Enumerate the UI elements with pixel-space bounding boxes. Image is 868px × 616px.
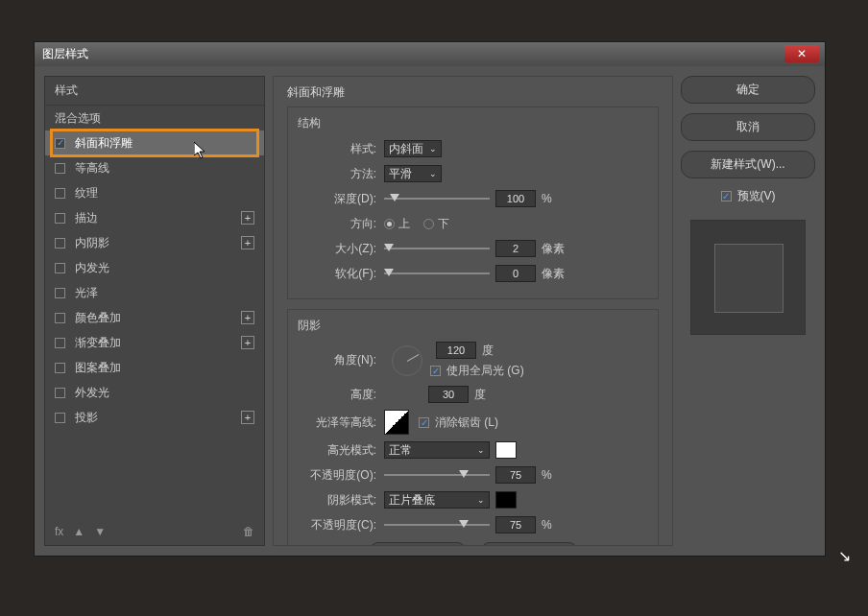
style-item-0[interactable]: 斜面和浮雕 [45, 130, 264, 155]
style-label: 纹理 [75, 185, 98, 201]
style-item-8[interactable]: 渐变叠加+ [45, 330, 264, 355]
angle-dial[interactable] [392, 345, 422, 376]
opacity-o-slider[interactable] [384, 468, 490, 482]
style-checkbox[interactable] [55, 313, 65, 323]
cancel-button[interactable]: 取消 [681, 113, 815, 141]
style-label: 等高线 [75, 160, 109, 177]
reset-default-button[interactable]: 复位为默认值 [480, 542, 578, 546]
add-icon[interactable]: + [241, 211, 254, 225]
style-item-6[interactable]: 光泽 [45, 280, 264, 305]
add-icon[interactable]: + [241, 236, 254, 249]
add-icon[interactable]: + [241, 311, 254, 324]
titlebar[interactable]: 图层样式 ✕ [35, 42, 825, 66]
style-item-11[interactable]: 投影+ [45, 405, 264, 430]
styles-header[interactable]: 样式 [45, 77, 264, 106]
style-checkbox[interactable] [55, 338, 65, 348]
shading-title: 阴影 [298, 318, 648, 334]
size-label: 大小(Z): [298, 241, 384, 257]
styles-list-panel: 样式 混合选项 斜面和浮雕等高线纹理描边+内阴影+内发光光泽颜色叠加+渐变叠加+… [44, 76, 265, 546]
antialias-checkbox[interactable]: ✓ [419, 417, 429, 428]
highlight-mode-select[interactable]: 正常⌄ [384, 441, 490, 459]
style-item-7[interactable]: 颜色叠加+ [45, 305, 264, 330]
style-item-4[interactable]: 内阴影+ [45, 230, 264, 255]
resize-handle-icon[interactable]: ↘ [838, 547, 851, 565]
ok-button[interactable]: 确定 [681, 76, 815, 104]
style-checkbox[interactable] [55, 213, 65, 224]
shadow-mode-select[interactable]: 正片叠底⌄ [384, 491, 490, 509]
style-item-5[interactable]: 内发光 [45, 255, 264, 280]
highlight-color-swatch[interactable] [495, 441, 517, 459]
opacity-o-input[interactable]: 75 [495, 466, 536, 484]
method-label: 方法: [298, 166, 384, 182]
style-checkbox[interactable] [55, 413, 65, 423]
style-item-1[interactable]: 等高线 [45, 155, 264, 180]
style-label: 外发光 [75, 385, 109, 401]
chevron-down-icon: ⌄ [477, 445, 485, 455]
style-label: 图案叠加 [75, 360, 121, 376]
style-checkbox[interactable] [55, 238, 65, 249]
angle-label: 角度(N): [298, 352, 384, 368]
add-icon[interactable]: + [241, 336, 254, 349]
style-label: 渐变叠加 [75, 335, 121, 351]
highlight-mode-label: 高光模式: [298, 442, 384, 459]
chevron-down-icon: ⌄ [429, 169, 437, 178]
style-checkbox[interactable] [55, 363, 65, 373]
opacity-c-slider[interactable] [384, 518, 490, 532]
direction-up-radio[interactable] [384, 219, 395, 229]
trash-icon[interactable]: 🗑 [243, 525, 254, 538]
layer-style-dialog: 图层样式 ✕ 样式 混合选项 斜面和浮雕等高线纹理描边+内阴影+内发光光泽颜色叠… [34, 41, 826, 557]
dialog-title: 图层样式 [42, 46, 88, 62]
shadow-color-swatch[interactable] [495, 491, 517, 509]
blend-options-item[interactable]: 混合选项 [45, 106, 264, 130]
preview-box [690, 220, 806, 335]
style-label: 样式: [298, 141, 384, 157]
style-checkbox[interactable] [55, 388, 65, 398]
soften-input[interactable]: 0 [495, 265, 536, 282]
depth-label: 深度(D): [298, 191, 384, 207]
depth-slider[interactable] [384, 192, 490, 205]
angle-input[interactable]: 120 [436, 342, 476, 359]
method-select[interactable]: 平滑⌄ [384, 165, 442, 182]
style-checkbox[interactable] [55, 263, 65, 273]
right-button-panel: 确定 取消 新建样式(W)... ✓ 预览(V) [681, 76, 815, 546]
style-item-3[interactable]: 描边+ [45, 205, 264, 230]
preview-checkbox[interactable]: ✓ [721, 191, 732, 201]
gloss-contour-picker[interactable] [384, 410, 409, 435]
style-label: 描边 [75, 210, 98, 226]
direction-down-radio[interactable] [423, 219, 434, 229]
style-checkbox[interactable] [55, 163, 65, 174]
settings-panel: 斜面和浮雕 结构 样式: 内斜面⌄ 方法: 平滑⌄ 深度(D): 100 % [273, 76, 673, 546]
new-style-button[interactable]: 新建样式(W)... [681, 151, 815, 178]
close-button[interactable]: ✕ [784, 45, 819, 62]
style-label: 投影 [75, 410, 98, 426]
style-checkbox[interactable] [55, 138, 65, 149]
style-select[interactable]: 内斜面⌄ [384, 140, 442, 157]
size-slider[interactable] [384, 242, 490, 255]
opacity-c-label: 不透明度(C): [298, 517, 384, 533]
fx-menu[interactable]: fx [55, 525, 63, 538]
chevron-down-icon: ⌄ [429, 144, 437, 154]
structure-title: 结构 [298, 115, 648, 131]
arrow-up-icon[interactable]: ▲ [73, 525, 84, 538]
global-light-checkbox[interactable]: ✓ [430, 366, 441, 376]
style-label: 内发光 [75, 260, 109, 276]
style-checkbox[interactable] [55, 288, 65, 298]
arrow-down-icon[interactable]: ▼ [94, 525, 106, 538]
size-input[interactable]: 2 [495, 240, 536, 257]
shadow-mode-label: 阴影模式: [298, 492, 384, 509]
opacity-o-label: 不透明度(O): [298, 467, 384, 484]
altitude-input[interactable]: 30 [428, 386, 469, 403]
style-item-9[interactable]: 图案叠加 [45, 355, 264, 380]
structure-fieldset: 结构 样式: 内斜面⌄ 方法: 平滑⌄ 深度(D): 100 % 方向: [287, 107, 659, 299]
style-checkbox[interactable] [55, 188, 65, 199]
opacity-c-input[interactable]: 75 [495, 516, 536, 533]
style-item-2[interactable]: 纹理 [45, 180, 264, 205]
preview-inner [714, 244, 784, 313]
set-default-button[interactable]: 设置为默认值 [369, 542, 467, 546]
style-item-10[interactable]: 外发光 [45, 380, 264, 405]
chevron-down-icon: ⌄ [477, 495, 485, 505]
soften-label: 软化(F): [298, 266, 384, 282]
depth-input[interactable]: 100 [495, 190, 536, 207]
soften-slider[interactable] [384, 267, 490, 280]
add-icon[interactable]: + [241, 411, 254, 424]
